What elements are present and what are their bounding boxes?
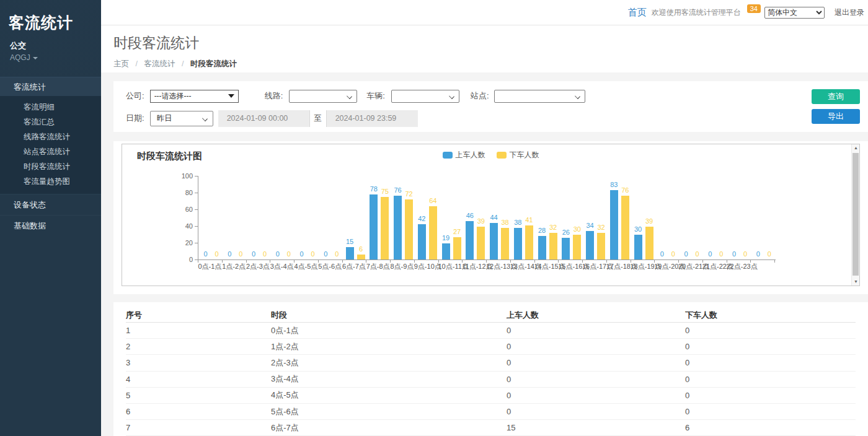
table-cell: 0 <box>507 358 685 367</box>
bar-alighting[interactable] <box>477 227 485 259</box>
breadcrumb: 主页 / 客流统计 / 时段客流统计 <box>113 59 868 69</box>
sidebar-subitem[interactable]: 线路客流统计 <box>0 129 101 144</box>
bar-value-label: 0 <box>660 250 664 258</box>
home-link[interactable]: 首页 <box>628 7 647 19</box>
bar-alighting[interactable] <box>645 227 653 259</box>
table-cell: 0 <box>685 358 856 367</box>
bar-boarding[interactable] <box>586 231 594 259</box>
bar-alighting[interactable] <box>453 237 461 259</box>
company-dropdown[interactable]: AQGJ <box>0 51 101 62</box>
bar-alighting[interactable] <box>381 197 389 259</box>
chevron-down-icon <box>575 94 580 99</box>
station-select[interactable] <box>494 90 585 103</box>
filter-panel: 公司: ---请选择--- 线路: 车辆: 站点: 日期: 昨日 2024-01… <box>113 81 868 132</box>
bar-boarding[interactable] <box>466 221 474 259</box>
bar-group: 156 <box>342 176 366 259</box>
bar-value-label: 38 <box>514 219 521 226</box>
x-axis-category-label: 2点-3点 <box>246 262 270 271</box>
sidebar-subitem[interactable]: 客流汇总 <box>0 115 101 129</box>
table-cell: 0 <box>507 342 685 351</box>
sidebar-item-base-data[interactable]: 基础数据 <box>0 215 101 236</box>
date-from-input[interactable]: 2024-01-09 00:00 <box>218 110 309 127</box>
bar-boarding[interactable] <box>490 223 498 259</box>
x-axis-category-label: 0点-1点 <box>198 262 222 271</box>
scroll-up-icon[interactable]: ▲ <box>852 146 860 150</box>
sidebar-subitem[interactable]: 客流量趋势图 <box>0 174 101 189</box>
export-button[interactable]: 导出 <box>812 109 860 124</box>
bar-value-label: 0 <box>263 250 267 258</box>
bar-boarding[interactable] <box>394 196 402 259</box>
date-to-input[interactable]: 2024-01-09 23:59 <box>327 110 418 127</box>
bar-value-label: 32 <box>549 224 557 231</box>
bar-boarding[interactable] <box>634 235 642 260</box>
sidebar-subitem[interactable]: 时段客流统计 <box>0 159 101 174</box>
logout-link[interactable]: 退出登录 <box>835 7 866 18</box>
chart-panel: 时段车流统计图 上车人数 下车人数 0204060801000000000000… <box>113 141 868 294</box>
x-axis-category-label: 4点-5点 <box>294 262 318 271</box>
bar-boarding[interactable] <box>610 190 618 259</box>
bar-value-label: 46 <box>466 212 474 219</box>
line-select[interactable] <box>289 90 357 103</box>
bar-boarding[interactable] <box>514 228 522 259</box>
bar-alighting[interactable] <box>357 255 365 259</box>
bar-alighting[interactable] <box>405 199 413 259</box>
x-axis-category-label: 22点-23点 <box>727 262 751 271</box>
scroll-down-icon[interactable]: ▼ <box>852 279 860 284</box>
breadcrumb-home[interactable]: 主页 <box>113 59 129 68</box>
bar-boarding[interactable] <box>418 224 426 259</box>
bar-value-label: 34 <box>586 222 593 229</box>
bar-alighting[interactable] <box>501 228 509 259</box>
notification-badge[interactable]: 34 <box>747 4 761 13</box>
bar-alighting[interactable] <box>597 233 605 259</box>
table-row: 76点-7点156 <box>126 420 856 436</box>
breadcrumb-section[interactable]: 客流统计 <box>144 59 175 68</box>
bar-value-label: 38 <box>501 219 508 226</box>
table-cell: 6 <box>685 423 856 432</box>
vehicle-select[interactable] <box>391 90 459 103</box>
company-select-value: ---请选择--- <box>154 91 192 102</box>
caret-down-icon <box>33 57 38 59</box>
language-select[interactable]: 简体中文 <box>764 7 825 19</box>
bar-boarding[interactable] <box>442 243 450 259</box>
bar-value-label: 0 <box>743 250 747 258</box>
bar-alighting[interactable] <box>549 233 557 259</box>
x-axis-category-label: 7点-8点 <box>366 262 390 271</box>
table-cell: 0 <box>685 407 856 416</box>
date-label: 日期: <box>126 113 144 124</box>
bar-alighting[interactable] <box>621 196 629 259</box>
bar-alighting[interactable] <box>525 225 533 259</box>
dropdown-arrow-icon <box>228 94 234 98</box>
bar-value-label: 0 <box>708 250 712 258</box>
table-body: 10点-1点0021点-2点0032点-3点0043点-4点0054点-5点00… <box>126 323 856 436</box>
bar-alighting[interactable] <box>573 235 581 260</box>
bar-value-label: 27 <box>453 228 461 235</box>
bar-boarding[interactable] <box>538 236 546 259</box>
bar-chart: 0204060801000000000000001567875767242641… <box>122 144 851 286</box>
bar-boarding[interactable] <box>370 194 378 259</box>
query-button[interactable]: 查询 <box>812 89 860 104</box>
bar-value-label: 0 <box>732 250 736 258</box>
x-axis-category-label: 12点-13点 <box>486 262 510 271</box>
bar-value-label: 0 <box>252 250 255 258</box>
date-preset-select[interactable]: 昨日 <box>150 111 213 126</box>
bar-boarding[interactable] <box>562 238 570 259</box>
bar-group: 00 <box>198 176 222 259</box>
x-axis-category-label: 15点-16点 <box>558 262 582 271</box>
scrollbar-thumb[interactable] <box>852 153 859 276</box>
bar-group: 3039 <box>631 176 655 259</box>
sidebar-item-passenger-stats[interactable]: 客流统计 <box>0 77 101 96</box>
table-cell: 2点-3点 <box>271 357 507 368</box>
y-axis-label: 100 <box>166 172 193 180</box>
bar-boarding[interactable] <box>346 247 354 259</box>
table-row: 54点-5点00 <box>126 388 856 404</box>
company-label: 公司: <box>126 90 144 102</box>
bar-value-label: 0 <box>684 250 688 258</box>
chart-scrollbar[interactable]: ▲ ▼ <box>851 144 859 286</box>
sidebar-item-device-status[interactable]: 设备状态 <box>0 194 101 215</box>
bar-alighting[interactable] <box>429 206 437 259</box>
bar-value-label: 19 <box>442 234 450 242</box>
bar-group: 7875 <box>366 176 390 259</box>
sidebar-subitem[interactable]: 站点客流统计 <box>0 144 101 159</box>
sidebar-subitem[interactable]: 客流明细 <box>0 100 101 115</box>
company-select[interactable]: ---请选择--- <box>150 90 239 103</box>
